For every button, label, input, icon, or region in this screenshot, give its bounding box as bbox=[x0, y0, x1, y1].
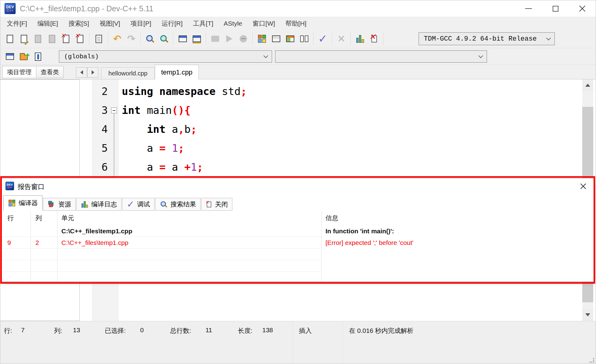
abort-compilation-button: ✕ bbox=[334, 32, 348, 46]
find-in-files-button[interactable] bbox=[157, 32, 171, 46]
table-row-error[interactable]: 9 2 C:\C++_files\temp1.cpp [Error] expec… bbox=[2, 237, 594, 249]
floating-report-button[interactable] bbox=[283, 32, 297, 46]
status-divider bbox=[293, 321, 293, 364]
find-icon bbox=[146, 35, 154, 43]
print-icon bbox=[96, 35, 102, 43]
save-icon bbox=[35, 35, 41, 43]
maximize-button[interactable] bbox=[542, 0, 569, 17]
tab-scroll-right-button[interactable] bbox=[87, 67, 98, 78]
arrow-down-icon bbox=[585, 313, 590, 319]
menu-astyle[interactable]: AStyle bbox=[219, 17, 248, 30]
scope-select-value: (globals) bbox=[64, 53, 99, 60]
tab-close[interactable]: ✕ 关闭 bbox=[201, 198, 232, 211]
open-file-button[interactable] bbox=[17, 32, 31, 46]
insert-snippet-button[interactable] bbox=[3, 49, 17, 64]
profile-analysis-button[interactable] bbox=[353, 32, 367, 46]
open-file-icon bbox=[21, 35, 27, 43]
tab-project-manager[interactable]: 项目管理 bbox=[2, 66, 36, 78]
compiler-output-table: 行 列 单元 信息 C:\C++_files\temp1.cpp In func… bbox=[2, 211, 594, 282]
close-button[interactable] bbox=[569, 0, 596, 17]
report-window-toggle-button[interactable] bbox=[269, 32, 283, 46]
status-length-label: 长度: bbox=[238, 326, 253, 335]
resize-grip[interactable] bbox=[589, 358, 594, 363]
syntax-check-button[interactable]: ✓ bbox=[316, 32, 330, 46]
compiler-select[interactable]: TDM-GCC 4.9.2 64-bit Release bbox=[419, 32, 555, 45]
menu-tools[interactable]: 工具[T] bbox=[188, 17, 219, 30]
print-button[interactable] bbox=[92, 32, 106, 46]
header-message[interactable]: 信息 bbox=[322, 211, 594, 225]
new-file-button[interactable] bbox=[3, 32, 17, 46]
menu-run[interactable]: 运行[R] bbox=[156, 17, 188, 30]
tab-scroll-left-button[interactable] bbox=[76, 67, 87, 78]
report-window-header: DEV C++ 报告窗口 bbox=[2, 178, 594, 194]
find-button[interactable] bbox=[143, 32, 157, 46]
close-all-button[interactable]: ✕ bbox=[73, 32, 87, 46]
floating-project-button[interactable] bbox=[297, 32, 311, 46]
menu-view[interactable]: 视图[V] bbox=[94, 17, 125, 30]
window-title: C:\C++_files\temp1.cpp - Dev-C++ 5.11 bbox=[20, 4, 153, 13]
goto-bookmark-button[interactable] bbox=[31, 49, 45, 64]
run-icon bbox=[226, 35, 232, 42]
header-col[interactable]: 列 bbox=[31, 211, 57, 225]
fold-line bbox=[114, 113, 114, 177]
scroll-up-button[interactable] bbox=[582, 79, 593, 91]
specials-toolbar: + (globals) bbox=[0, 48, 596, 64]
toggle-bookmark-button[interactable]: + bbox=[17, 49, 31, 64]
report-window: DEV C++ 报告窗口 编译器 资源 编译日志 ✓ 调试 bbox=[2, 178, 594, 282]
replace-all-button[interactable] bbox=[190, 32, 204, 46]
menu-help[interactable]: 帮助[H] bbox=[280, 17, 312, 30]
code-line: a = 1; bbox=[122, 139, 184, 158]
project-manager-icon bbox=[258, 35, 266, 43]
delete-profiling-icon: ✕ bbox=[371, 35, 377, 42]
arrow-right-icon bbox=[92, 70, 94, 75]
scroll-down-button[interactable] bbox=[582, 309, 593, 321]
tab-compiler[interactable]: 编译器 bbox=[3, 195, 42, 211]
syntax-check-icon: ✓ bbox=[318, 33, 327, 44]
replace-button[interactable] bbox=[176, 32, 190, 46]
save-all-button bbox=[45, 32, 59, 46]
project-manager-toggle-button[interactable] bbox=[255, 32, 269, 46]
profile-icon bbox=[356, 35, 364, 43]
menu-search[interactable]: 搜索[S] bbox=[63, 17, 94, 30]
table-row bbox=[2, 272, 594, 282]
editor-tab-temp1[interactable]: temp1.cpp bbox=[155, 65, 199, 79]
fold-marker[interactable] bbox=[111, 107, 117, 113]
delete-profiling-button[interactable]: ✕ bbox=[367, 32, 381, 46]
compile-run-button bbox=[236, 32, 250, 46]
floating-report-icon bbox=[286, 35, 294, 42]
save-button bbox=[31, 32, 45, 46]
status-total-label: 总行数: bbox=[170, 326, 191, 335]
close-file-button[interactable]: ✕ bbox=[59, 32, 73, 46]
minimize-button[interactable] bbox=[515, 0, 542, 17]
header-unit[interactable]: 单元 bbox=[57, 211, 322, 225]
table-row[interactable]: C:\C++_files\temp1.cpp In function 'int … bbox=[2, 225, 594, 237]
main-toolbar: ✕ ✕ ↶ ↷ ✓ ✕ ✕ TDM-GCC 4.9.2 64-bit Relea… bbox=[0, 30, 596, 48]
tab-search-results[interactable]: 搜索结果 bbox=[155, 198, 201, 211]
arrow-up-icon bbox=[585, 81, 590, 87]
member-select[interactable] bbox=[275, 50, 487, 63]
redo-icon: ↷ bbox=[127, 34, 136, 44]
header-line[interactable]: 行 bbox=[2, 211, 31, 225]
tab-resources[interactable]: 资源 bbox=[43, 198, 76, 211]
compile-icon bbox=[211, 36, 219, 42]
line-number: 6 bbox=[92, 158, 111, 177]
tab-debug[interactable]: ✓ 调试 bbox=[122, 198, 154, 211]
status-insert-mode: 插入 bbox=[299, 326, 312, 335]
menu-edit[interactable]: 编辑[E] bbox=[32, 17, 64, 30]
window-controls bbox=[515, 0, 596, 17]
undo-button[interactable]: ↶ bbox=[110, 32, 124, 46]
menu-file[interactable]: 文件[F] bbox=[2, 17, 32, 30]
tab-compile-log[interactable]: 编译日志 bbox=[76, 198, 122, 211]
code-line: int a,b; bbox=[122, 120, 197, 139]
compiler-tab-icon bbox=[9, 200, 15, 206]
tab-class-view[interactable]: 查看类 bbox=[36, 66, 64, 78]
editor-tab-helloworld[interactable]: helloworld.cpp bbox=[101, 67, 155, 79]
find-in-files-icon bbox=[160, 35, 168, 43]
goto-bookmark-icon bbox=[35, 53, 41, 61]
code-line: a = a +1; bbox=[122, 158, 203, 177]
scope-select[interactable]: (globals) bbox=[59, 50, 272, 63]
menu-window[interactable]: 窗口[W] bbox=[247, 17, 280, 30]
compile-log-icon bbox=[82, 201, 88, 207]
menu-project[interactable]: 项目[P] bbox=[125, 17, 157, 30]
report-close-icon[interactable] bbox=[580, 183, 587, 190]
